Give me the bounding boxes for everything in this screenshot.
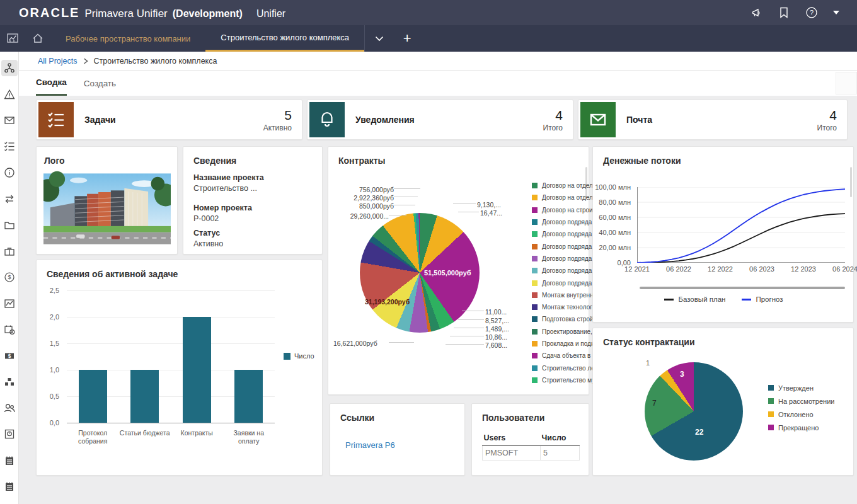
cashflow-scrollbar[interactable] xyxy=(640,287,845,289)
primavera-p6-link[interactable]: Primavera P6 xyxy=(345,440,395,450)
y-tick: 1,0 xyxy=(50,366,59,374)
table-row: PMSOFT 5 xyxy=(483,446,580,461)
top-header: ORACLE Primavera Unifier (Development) U… xyxy=(0,0,857,25)
sidebar-item-tasks[interactable] xyxy=(1,138,18,154)
svg-text:$: $ xyxy=(8,274,11,280)
breadcrumb: All Projects Строительство жилого компле… xyxy=(19,52,857,71)
legend-swatch xyxy=(768,385,774,391)
active-task-chart-card: Сведения об активной задаче 2,52,01,51,0… xyxy=(36,260,323,476)
app-name: Unifier xyxy=(256,8,285,20)
sidebar-item-registers[interactable] xyxy=(1,478,18,495)
right-panel-edge xyxy=(836,72,857,94)
legend-swatch xyxy=(532,365,538,371)
sidebar-item-reports[interactable] xyxy=(1,426,18,442)
tab-project[interactable]: Строительство жилого комплекса xyxy=(205,25,364,52)
x-tick: 06 2024 xyxy=(824,265,857,273)
pie-callout: 16,621,000руб xyxy=(333,340,377,347)
cashflow-yticks: 100,00 млн80,00 млн60,00 млн40,00 млн20,… xyxy=(597,187,633,263)
contract-status-card: Статус контрактации 22 7 1 3 УтвержденНа… xyxy=(592,328,854,476)
pie-callout: 16,47... xyxy=(480,209,502,217)
help-icon[interactable]: ? xyxy=(805,6,818,19)
legend-swatch xyxy=(532,207,538,213)
legend-swatch xyxy=(532,304,538,310)
tab-list-chevron-icon[interactable] xyxy=(364,25,393,52)
kpi-card-mail[interactable]: Почта 4 Итого xyxy=(578,100,848,140)
legend-swatch xyxy=(532,377,538,383)
contract-status-title: Статус контрактации xyxy=(593,328,853,347)
users-table: Users Число PMSOFT 5 xyxy=(482,432,580,461)
unifier-app: ORACLE Primavera Unifier (Development) U… xyxy=(0,0,857,504)
legend-item: Прекращено xyxy=(768,421,834,434)
add-tab-button[interactable]: + xyxy=(393,25,421,52)
sidebar-item-schedule[interactable] xyxy=(1,321,18,338)
legend-swatch xyxy=(532,280,538,286)
sidebar-item-cost[interactable]: $ xyxy=(1,348,18,364)
svg-text:$: $ xyxy=(8,353,11,359)
legend-item: Утвержден xyxy=(768,381,834,394)
svg-text:?: ? xyxy=(810,9,814,16)
sidebar-item-earned-value[interactable] xyxy=(1,295,18,312)
pie-callout: 9,130,... xyxy=(477,201,501,209)
logo-card: Лого xyxy=(36,146,178,255)
page-tabs: Сводка Создать xyxy=(19,71,857,96)
kpi-caption: Итого xyxy=(817,123,837,132)
sidebar-item-funding[interactable]: $ xyxy=(1,269,18,285)
kpi-caption: Активно xyxy=(263,123,292,132)
announcements-icon[interactable] xyxy=(750,6,762,19)
bell-icon xyxy=(309,102,345,137)
sidebar-item-structures[interactable] xyxy=(1,374,18,390)
kpi-card-notifications[interactable]: Уведомления 4 Итого xyxy=(307,100,573,140)
brand-area: ORACLE Primavera Unifier (Development) U… xyxy=(19,6,285,20)
sidebar-item-resources[interactable] xyxy=(1,400,18,416)
tab-summary[interactable]: Сводка xyxy=(36,71,67,96)
legend-item: Отклонено xyxy=(768,408,834,421)
sidebar-item-alerts[interactable] xyxy=(1,86,18,103)
sidebar-item-projects[interactable] xyxy=(1,243,18,260)
oracle-logo: ORACLE xyxy=(19,6,79,20)
kpi-title: Задачи xyxy=(84,115,116,125)
pie-callout: 8,527,... xyxy=(485,317,509,324)
breadcrumb-chevron-icon xyxy=(83,58,88,64)
x-tick: Контракты xyxy=(171,429,223,437)
y-tick: 60,00 млн xyxy=(599,214,631,221)
dashboards-icon[interactable] xyxy=(0,25,25,52)
sidebar-item-documents[interactable] xyxy=(1,217,18,233)
contracts-chart-card: Контракты 756,000руб 2,922,360руб 850,00… xyxy=(328,146,589,395)
bar-0 xyxy=(79,370,107,423)
bookmark-icon[interactable] xyxy=(778,6,790,19)
legend-swatch xyxy=(532,329,538,335)
sidebar-item-info[interactable] xyxy=(1,164,18,181)
home-icon[interactable] xyxy=(25,25,50,52)
y-tick: 1,5 xyxy=(50,340,59,347)
y-tick: 2,5 xyxy=(50,287,59,294)
breadcrumb-all-projects-link[interactable]: All Projects xyxy=(38,57,78,66)
legend-swatch xyxy=(532,268,538,273)
bar-2 xyxy=(183,317,211,423)
field-status: Статус Активно xyxy=(193,229,223,248)
count-cell: 5 xyxy=(541,446,580,461)
sidebar-item-logs[interactable] xyxy=(1,452,18,469)
sidebar-item-mailbox[interactable] xyxy=(1,112,18,129)
legend-item: Прогноз xyxy=(742,295,783,303)
cashflow-right-scrollbar[interactable] xyxy=(850,167,852,197)
sidebar-item-exchange[interactable] xyxy=(1,191,18,207)
pie-value-label: 7 xyxy=(652,399,657,408)
contracts-chart-title: Контракты xyxy=(328,147,589,166)
kpi-value: 4 xyxy=(543,108,563,123)
legend-swatch xyxy=(532,183,538,188)
y-tick: 40,00 млн xyxy=(599,229,631,236)
user-menu-caret-icon[interactable] xyxy=(833,11,839,14)
pie-value-label: 22 xyxy=(695,428,703,437)
x-tick: Статьи бюджета xyxy=(119,429,171,437)
bar-3 xyxy=(234,370,263,423)
kpi-card-tasks[interactable]: Задачи 5 Активно xyxy=(36,100,302,140)
tab-create[interactable]: Создать xyxy=(84,71,116,96)
project-photo xyxy=(43,169,171,248)
pie-inner-label: 51,505,000руб xyxy=(424,269,471,277)
pie-value-label: 1 xyxy=(646,359,650,367)
y-tick: 100,00 млн xyxy=(595,183,631,191)
sidebar-item-business-processes[interactable] xyxy=(1,60,18,76)
tab-company-workspace[interactable]: Рабочее пространство компании xyxy=(50,25,205,52)
x-tick: 06 2023 xyxy=(741,265,783,273)
logo-card-title: Лого xyxy=(37,147,177,166)
